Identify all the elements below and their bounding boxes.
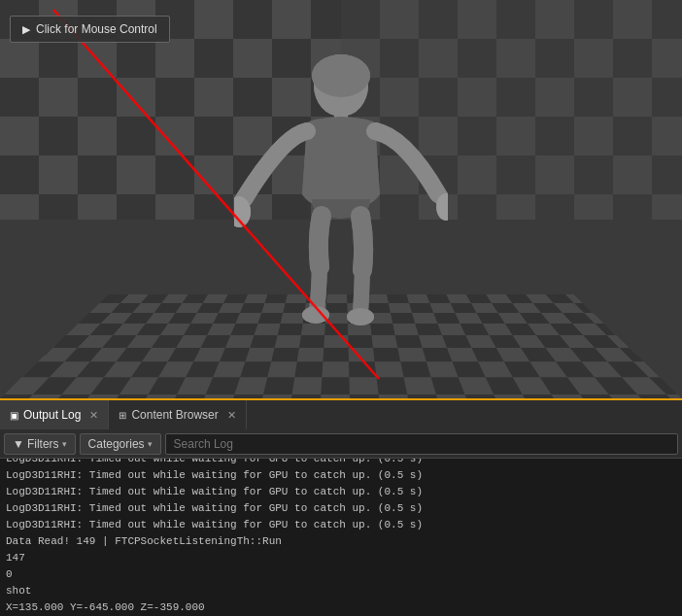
tab-content-browser[interactable]: ⊞ Content Browser ✕ (109, 400, 246, 429)
categories-button[interactable]: Categories ▾ (80, 433, 161, 455)
log-line: 0 (0, 566, 682, 583)
log-line: Data Read! 149 | FTCPSocketListeningTh::… (0, 533, 682, 550)
tab-bar: ▣ Output Log ✕ ⊞ Content Browser ✕ (0, 398, 682, 429)
cursor-icon: ▶ (22, 23, 30, 36)
mouse-control-button[interactable]: ▶ Click for Mouse Control (10, 16, 170, 43)
log-line: LogD3D11RHI: Timed out while waiting for… (0, 500, 682, 517)
log-line: X=135.000 Y=-645.000 Z=-359.000 (0, 599, 682, 616)
filters-button[interactable]: ▼ Filters ▾ (4, 433, 76, 455)
filter-icon: ▼ (13, 437, 24, 451)
tab-content-browser-label: Content Browser (131, 408, 218, 422)
tab-output-log-close[interactable]: ✕ (89, 409, 98, 422)
mouse-control-label: Click for Mouse Control (36, 22, 157, 36)
filter-bar: ▼ Filters ▾ Categories ▾ (0, 429, 682, 459)
log-line: LogD3D11RHI: Timed out while waiting for… (0, 459, 682, 467)
tab-output-log[interactable]: ▣ Output Log ✕ (0, 400, 109, 429)
log-line: 147 (0, 550, 682, 566)
character-model (234, 49, 448, 330)
log-line: LogD3D11RHI: Timed out while waiting for… (0, 484, 682, 500)
categories-arrow-icon: ▾ (148, 439, 153, 449)
3d-viewport[interactable]: ▶ Click for Mouse Control (0, 0, 682, 398)
log-line: LogD3D11RHI: Timed out while waiting for… (0, 467, 682, 484)
tab-output-log-label: Output Log (23, 408, 81, 422)
svg-point-5 (302, 306, 329, 324)
folder-icon: ⊞ (119, 410, 126, 421)
log-line: LogD3D11RHI: Timed out while waiting for… (0, 517, 682, 533)
tab-content-browser-close[interactable]: ✕ (227, 409, 236, 422)
svg-point-6 (347, 308, 374, 325)
log-area[interactable]: LogD3D11RHI: Timed out while waiting for… (0, 459, 682, 616)
filters-label: Filters (27, 437, 59, 451)
svg-point-1 (312, 54, 370, 97)
categories-label: Categories (88, 437, 145, 451)
search-input[interactable] (165, 433, 678, 455)
terminal-icon: ▣ (10, 410, 18, 421)
log-line: shot (0, 583, 682, 599)
filters-arrow-icon: ▾ (62, 439, 67, 449)
